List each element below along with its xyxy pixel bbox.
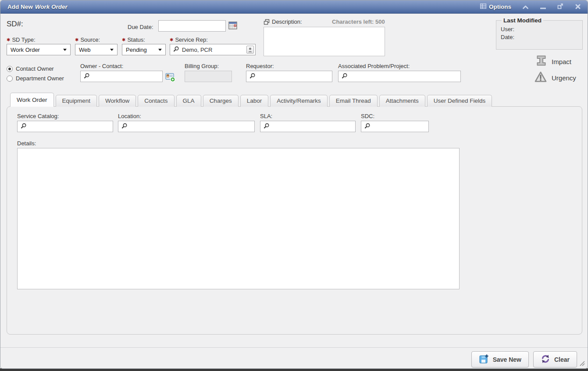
billing-group-label: Billing Group: — [185, 63, 219, 69]
search-icon — [84, 72, 89, 80]
urgency-row[interactable]: Urgency — [534, 71, 576, 85]
save-new-label: Save New — [493, 356, 521, 363]
page: Add NewWork Order Options — [0, 0, 588, 371]
popout-icon — [557, 3, 563, 11]
location-input[interactable] — [118, 121, 254, 132]
save-icon — [479, 354, 489, 365]
last-modified-date-label: Date: — [501, 34, 578, 40]
source-value: Web — [79, 47, 91, 53]
sla-input[interactable] — [260, 121, 355, 132]
tab-gla[interactable]: GLA — [176, 95, 201, 107]
search-icon — [364, 122, 370, 130]
titlebar-controls: Options — [480, 0, 581, 13]
service-rep-input[interactable] — [170, 44, 255, 55]
department-owner-radio[interactable]: Department Owner — [7, 75, 64, 82]
footer-divider — [0, 347, 588, 348]
search-icon — [21, 122, 26, 130]
dropdown-arrow-icon — [110, 49, 114, 51]
sd-type-value: Work Order — [11, 47, 40, 53]
collapse-button[interactable] — [522, 4, 529, 11]
radio-button-icon — [7, 66, 13, 72]
associated-problem-field — [338, 71, 461, 82]
dialog-titlebar: Add NewWork Order Options — [0, 0, 588, 14]
person-icon — [248, 47, 253, 53]
description-popout-icon[interactable] — [264, 19, 270, 27]
last-modified-legend: Last Modified — [502, 17, 543, 24]
requestor-label: Requestor: — [246, 63, 274, 69]
contact-owner-radio[interactable]: Contact Owner — [7, 65, 54, 72]
options-grid-icon — [480, 4, 486, 10]
impact-row[interactable]: Impact — [535, 54, 571, 68]
source-label: ✱Source: — [75, 36, 100, 43]
required-asterisk: ✱ — [170, 37, 173, 42]
clear-label: Clear — [554, 356, 570, 363]
service-catalog-label: Service Catalog: — [17, 113, 59, 119]
description-label: Description: — [272, 18, 302, 25]
requestor-input[interactable] — [246, 71, 332, 82]
resize-handle[interactable] — [578, 360, 585, 368]
source-select[interactable]: Web — [75, 44, 118, 55]
details-label: Details: — [17, 140, 36, 147]
sd-type-label: ✱SD Type: — [7, 36, 36, 43]
radio-button-icon — [7, 76, 13, 82]
tab-activity-remarks[interactable]: Activity/Remarks — [270, 95, 328, 107]
tab-charges[interactable]: Charges — [203, 95, 239, 107]
urgency-label: Urgency — [552, 74, 576, 82]
service-catalog-input[interactable] — [18, 121, 113, 132]
requestor-field — [246, 71, 332, 82]
tab-user-defined-fields[interactable]: User Defined Fields — [427, 95, 492, 107]
associated-problem-label: Associated Problem/Project: — [338, 63, 410, 69]
required-asterisk: ✱ — [122, 37, 125, 42]
required-asterisk: ✱ — [7, 37, 10, 42]
associated-problem-input[interactable] — [339, 71, 460, 82]
owner-contact-input[interactable] — [81, 71, 162, 82]
tab-work-order[interactable]: Work Order — [10, 93, 54, 107]
sdc-input[interactable] — [361, 121, 428, 132]
tab-email-thread[interactable]: Email Thread — [329, 95, 378, 107]
location-label: Location: — [118, 113, 141, 119]
options-button[interactable]: Options — [480, 4, 511, 10]
service-catalog-field — [17, 121, 113, 132]
search-icon — [264, 122, 269, 130]
status-value: Pending — [126, 47, 147, 53]
tab-attachments[interactable]: Attachments — [379, 95, 425, 107]
tab-strip: Work OrderEquipmentWorkflowContactsGLACh… — [10, 94, 492, 107]
dropdown-arrow-icon — [63, 49, 67, 51]
add-contact-icon[interactable] — [165, 72, 175, 84]
search-icon — [121, 122, 127, 130]
chevron-up-icon — [523, 3, 528, 11]
options-label: Options — [489, 4, 511, 10]
due-date-input[interactable] — [159, 21, 225, 31]
save-new-button[interactable]: Save New — [471, 351, 529, 367]
status-select[interactable]: Pending — [122, 44, 166, 55]
title-emphasis: Work Order — [35, 4, 68, 10]
impact-label: Impact — [552, 58, 571, 65]
owner-contact-label: Owner - Contact: — [80, 63, 123, 69]
clear-button[interactable]: Clear — [533, 351, 577, 367]
billing-group-input — [185, 71, 232, 82]
add-new-work-order-dialog: Add NewWork Order Options — [0, 0, 588, 369]
characters-left-counter: Characters left: 500 — [332, 18, 385, 25]
details-textarea[interactable] — [18, 148, 459, 289]
description-textarea[interactable] — [264, 27, 385, 56]
description-field-box — [264, 27, 385, 56]
tab-workflow[interactable]: Workflow — [99, 95, 136, 107]
impact-icon — [535, 54, 547, 68]
search-icon — [249, 72, 255, 80]
details-field-box — [17, 148, 460, 289]
select-rep-button[interactable] — [246, 46, 254, 54]
status-label: ✱Status: — [122, 36, 145, 43]
close-button[interactable] — [574, 4, 581, 11]
calendar-icon[interactable] — [228, 21, 237, 32]
last-modified-user-label: User: — [501, 26, 578, 32]
sd-type-select[interactable]: Work Order — [7, 44, 71, 55]
urgency-warning-icon — [534, 71, 547, 85]
popout-button[interactable] — [557, 4, 564, 11]
minimize-button[interactable] — [539, 4, 546, 11]
billing-group-field-box — [185, 71, 232, 82]
tab-contacts[interactable]: Contacts — [138, 95, 174, 107]
tab-labor[interactable]: Labor — [240, 95, 269, 107]
sd-number-label: SD#: — [7, 20, 23, 29]
tab-equipment[interactable]: Equipment — [56, 95, 97, 107]
required-asterisk: ✱ — [75, 37, 78, 42]
